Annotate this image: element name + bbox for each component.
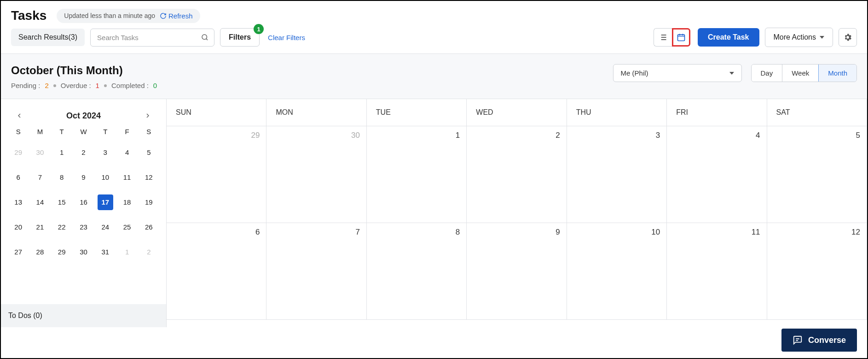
range-day-button[interactable]: Day [752,65,783,82]
mini-cal-day[interactable]: 29 [54,244,69,260]
mini-cal-day[interactable]: 29 [11,145,26,160]
search-results-pill[interactable]: Search Results(3) [11,29,85,46]
cal-day-cell[interactable]: 29 [167,126,266,223]
refresh-link[interactable]: Refresh [160,12,193,20]
cal-day-cell[interactable]: 10 [567,223,667,320]
range-week-button[interactable]: Week [782,65,819,82]
range-month-button[interactable]: Month [818,64,857,82]
page-title: Tasks [11,8,46,23]
cal-day-cell[interactable]: 2 [467,126,567,223]
mini-cal-day[interactable]: 3 [98,145,113,160]
filters-button[interactable]: Filters 1 [220,28,260,47]
completed-label: Completed : [111,82,149,89]
mini-cal-dow: S [138,128,160,135]
user-dropdown[interactable]: Me (Phil) [613,64,742,82]
mini-cal-day[interactable]: 16 [75,194,91,210]
mini-cal-day[interactable]: 20 [11,219,26,235]
cal-day-cell[interactable]: 8 [367,223,467,320]
user-selected: Me (Phil) [621,69,648,77]
mini-cal-day[interactable]: 10 [98,170,113,185]
todos-section[interactable]: To Dos (0) [1,304,166,327]
cal-day-cell[interactable]: 6 [167,223,266,320]
mini-cal-day[interactable]: 2 [141,244,156,260]
mini-cal-day[interactable]: 2 [75,145,91,160]
create-task-button[interactable]: Create Task [698,28,759,47]
mini-cal-day[interactable]: 1 [119,244,135,260]
mini-cal-day[interactable]: 25 [119,219,135,235]
mini-cal-day[interactable]: 26 [141,219,156,235]
mini-cal-day[interactable]: 14 [32,194,48,210]
chevron-down-icon [729,72,734,75]
mini-cal-day[interactable]: 5 [141,145,156,160]
gear-icon [843,33,852,42]
mini-cal-day[interactable]: 17 [98,194,113,210]
chat-icon [793,335,803,345]
cal-day-cell[interactable]: 4 [667,126,767,223]
mini-cal-day[interactable]: 27 [11,244,26,260]
mini-cal-dow: M [29,128,51,135]
mini-cal-day[interactable]: 24 [98,219,113,235]
filters-badge: 1 [254,24,264,34]
mini-cal-label: Oct 2024 [66,111,101,121]
mini-cal-day[interactable]: 19 [141,194,156,210]
cal-day-cell[interactable]: 3 [567,126,667,223]
clear-filters-link[interactable]: Clear Filters [268,34,305,41]
converse-button[interactable]: Converse [781,329,857,352]
cal-dow: MON [266,99,366,126]
cal-dow: SUN [167,99,266,126]
mini-cal-day[interactable]: 30 [75,244,91,260]
mini-cal-day[interactable]: 21 [32,219,48,235]
cal-day-cell[interactable]: 5 [767,126,867,223]
calendar-view-button[interactable] [672,28,690,47]
month-title: October (This Month) [11,64,157,77]
cal-dow: THU [567,99,667,126]
stat-separator [53,84,56,87]
range-toggle: Day Week Month [751,64,857,82]
list-icon [658,33,667,42]
status-stats: Pending : 2 Overdue : 1 Completed : 0 [11,82,157,89]
updated-text: Updated less than a minute ago [64,12,155,19]
prev-month-button[interactable] [14,110,25,121]
next-month-button[interactable] [142,110,153,121]
mini-cal-day[interactable]: 23 [75,219,91,235]
mini-cal-day[interactable]: 6 [11,170,26,185]
search-icon[interactable] [201,33,209,41]
mini-cal-day[interactable]: 12 [141,170,156,185]
settings-button[interactable] [839,28,857,47]
more-actions-button[interactable]: More Actions [765,28,833,47]
view-toggle [654,28,690,47]
mini-cal-dow: T [51,128,73,135]
mini-cal-day[interactable]: 18 [119,194,135,210]
cal-day-cell[interactable]: 7 [266,223,366,320]
mini-cal-day[interactable]: 9 [75,170,91,185]
cal-day-cell[interactable]: 9 [467,223,567,320]
refresh-label: Refresh [168,12,193,20]
refresh-icon [160,12,167,19]
mini-cal-day[interactable]: 31 [98,244,113,260]
search-box [90,29,214,47]
chevron-down-icon [820,36,824,39]
completed-count: 0 [153,82,157,89]
cal-day-cell[interactable]: 30 [266,126,366,223]
cal-day-cell[interactable]: 1 [367,126,467,223]
mini-cal-day[interactable]: 4 [119,145,135,160]
cal-day-cell[interactable]: 11 [667,223,767,320]
mini-cal-dow: T [94,128,116,135]
list-view-button[interactable] [654,28,672,47]
overdue-count: 1 [96,82,99,89]
cal-dow: SAT [767,99,867,126]
mini-cal-day[interactable]: 1 [54,145,69,160]
mini-cal-day[interactable]: 7 [32,170,48,185]
converse-label: Converse [808,335,846,345]
mini-cal-day[interactable]: 11 [119,170,135,185]
mini-cal-day[interactable]: 30 [32,145,48,160]
mini-calendar: Oct 2024 SMTWTFS293012345678910111213141… [1,99,167,327]
calendar-scroll[interactable]: SUNMONTUEWEDTHUFRISAT 293012345678910111… [167,99,867,327]
search-input[interactable] [90,29,214,47]
cal-day-cell[interactable]: 12 [767,223,867,320]
mini-cal-day[interactable]: 8 [54,170,69,185]
mini-cal-day[interactable]: 13 [11,194,26,210]
mini-cal-day[interactable]: 28 [32,244,48,260]
mini-cal-day[interactable]: 22 [54,219,69,235]
mini-cal-day[interactable]: 15 [54,194,69,210]
